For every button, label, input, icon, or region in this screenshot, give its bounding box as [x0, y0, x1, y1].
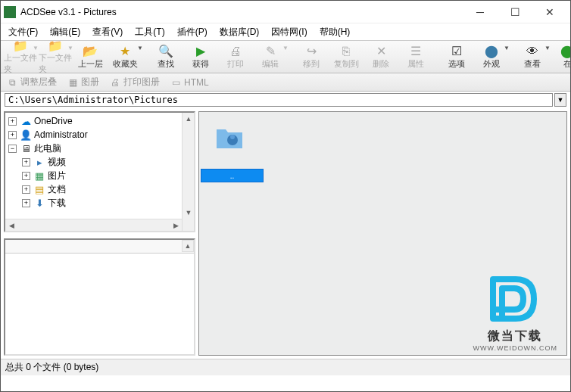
tree-toggle-icon[interactable]: + [22, 172, 30, 180]
secondary-toolbar: ⧉调整层叠 ▦图册 🖨打印图册 ▭HTML [1, 73, 570, 92]
scroll-left-icon[interactable]: ◀ [5, 219, 17, 232]
preview-panel: ▲ [4, 238, 195, 356]
tree-label: OneDrive [34, 116, 73, 126]
picture-icon: ▦ [33, 170, 45, 182]
print-button[interactable]: 🖨打印 [219, 42, 252, 72]
minimize-button[interactable]: ─ [463, 1, 498, 23]
tree-toggle-icon[interactable]: + [22, 185, 30, 194]
menu-database[interactable]: 数据库(D) [215, 24, 264, 40]
menu-help[interactable]: 帮助(H) [315, 24, 355, 40]
maximize-button[interactable]: ☐ [498, 1, 532, 23]
tree-label: 此电脑 [34, 142, 61, 155]
window-title: ACDSee v3.1 - Pictures [20, 7, 463, 17]
next-folder-button[interactable]: 📁下一文件夹▼ [39, 42, 72, 72]
doc-icon: ▤ [33, 183, 45, 195]
html-button[interactable]: ▭HTML [170, 77, 209, 88]
tree-label: Administrator [34, 129, 88, 140]
copyto-button[interactable]: ⎘复制到 [329, 42, 363, 72]
edit-button[interactable]: ✎编辑▼ [254, 42, 287, 72]
tree-toggle-icon[interactable]: − [8, 145, 17, 153]
tree-label: 视频 [48, 156, 66, 169]
menu-tools[interactable]: 工具(T) [130, 24, 169, 40]
menu-edit[interactable]: 编辑(E) [45, 24, 85, 40]
properties-button[interactable]: ☰属性 [399, 42, 432, 72]
watermark: 微当下载 WWW.WEIDOWN.COM [473, 273, 557, 352]
menu-plugins[interactable]: 插件(P) [173, 24, 212, 40]
app-icon [4, 6, 16, 18]
tree-label: 文档 [48, 183, 66, 196]
tree-node[interactable]: +▦图片 [7, 169, 192, 182]
folder-tree-panel: +☁OneDrive+👤Administrator−🖥此电脑+▸视频+▦图片+▤… [4, 111, 195, 232]
file-list-panel[interactable]: .. 微当下载 WWW.WEIDOWN.COM [198, 111, 567, 356]
path-input[interactable] [5, 93, 553, 107]
tree-label: 图片 [48, 170, 66, 182]
tree-hscrollbar[interactable]: ◀ ▶ [5, 219, 182, 231]
adjust-layers-button[interactable]: ⧉调整层叠 [7, 76, 57, 89]
tree-toggle-icon[interactable]: + [8, 117, 17, 126]
status-bar: 总共 0 个文件 (0 bytes) [1, 359, 570, 375]
acquire-button[interactable]: ▶获得 [184, 42, 217, 72]
tree-node[interactable]: +▸视频 [7, 155, 192, 169]
scroll-up-icon[interactable]: ▲ [183, 113, 195, 125]
tree-node[interactable]: +👤Administrator [7, 128, 192, 142]
panel-collapse-icon[interactable]: ▲ [182, 240, 194, 252]
tree-toggle-icon[interactable]: + [22, 199, 30, 207]
tree-node[interactable]: −🖥此电脑 [7, 142, 192, 155]
parent-folder-icon[interactable] [214, 122, 245, 152]
path-dropdown-button[interactable]: ▼ [554, 93, 566, 107]
close-button[interactable]: ✕ [532, 1, 567, 23]
user-icon: 👤 [20, 129, 32, 141]
tree-toggle-icon[interactable]: + [8, 131, 17, 139]
online-button[interactable]: ⬤在 [551, 42, 571, 72]
scroll-right-icon[interactable]: ▶ [170, 219, 182, 232]
menu-view[interactable]: 查看(V) [88, 24, 127, 40]
menu-internet[interactable]: 因特网(I) [267, 24, 311, 40]
favorites-button[interactable]: ★收藏夹▼ [108, 42, 142, 72]
up-button[interactable]: 📂上一层 [73, 42, 107, 72]
onedrive-icon: ☁ [20, 115, 32, 127]
view-mode-button[interactable]: ⬤外观▼ [475, 42, 508, 72]
menubar: 文件(F) 编辑(E) 查看(V) 工具(T) 插件(P) 数据库(D) 因特网… [1, 23, 570, 40]
tree-label: 下载 [48, 197, 66, 210]
options-button[interactable]: ☑选项 [440, 42, 473, 72]
scroll-down-icon[interactable]: ▼ [183, 207, 195, 219]
svg-point-1 [230, 135, 235, 139]
tree-node[interactable]: +☁OneDrive [7, 114, 192, 128]
main-toolbar: 📁上一文件夹▼ 📁下一文件夹▼ 📂上一层 ★收藏夹▼ 🔍查找 ▶获得 🖨打印 ✎… [1, 40, 570, 73]
browse-button[interactable]: 👁查看▼ [516, 42, 549, 72]
download-icon: ⬇ [33, 197, 45, 209]
prev-folder-button[interactable]: 📁上一文件夹▼ [4, 42, 37, 72]
album-button[interactable]: ▦图册 [67, 76, 99, 89]
status-text: 总共 0 个文件 (0 bytes) [5, 361, 98, 374]
print-album-button[interactable]: 🖨打印图册 [110, 76, 160, 89]
video-icon: ▸ [33, 156, 45, 168]
tree-vscrollbar[interactable]: ▲ ▼ [182, 113, 194, 231]
moveto-button[interactable]: ↪移到 [295, 42, 328, 72]
selected-item[interactable]: .. [201, 169, 264, 182]
find-button[interactable]: 🔍查找 [149, 42, 183, 72]
menu-file[interactable]: 文件(F) [4, 24, 42, 40]
delete-button[interactable]: ✕删除 [364, 42, 398, 72]
pc-icon: 🖥 [20, 142, 32, 154]
tree-node[interactable]: +▤文档 [7, 182, 192, 196]
tree-toggle-icon[interactable]: + [22, 158, 30, 166]
tree-node[interactable]: +⬇下载 [7, 196, 192, 210]
